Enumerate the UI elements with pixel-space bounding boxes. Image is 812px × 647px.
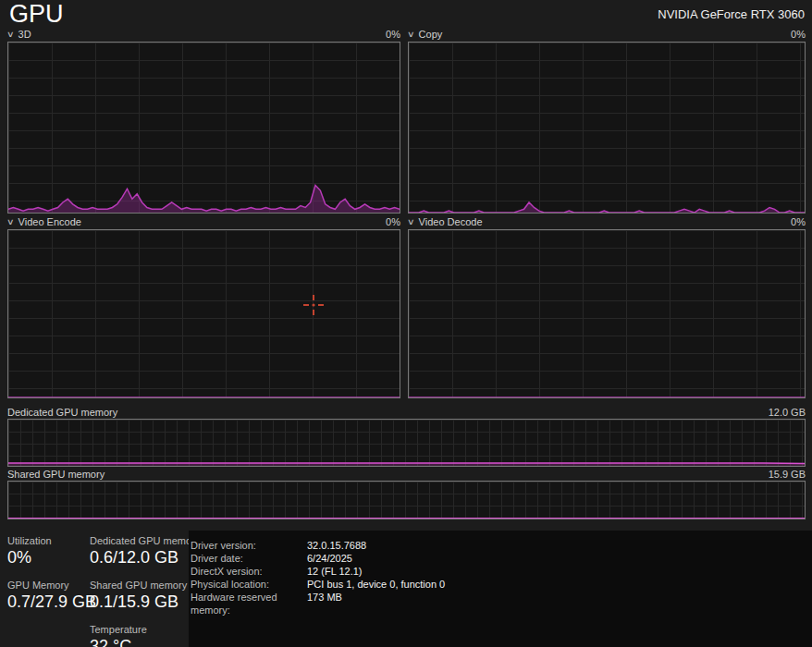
stat-label: GPU Memory <box>7 579 96 592</box>
detail-row-driver-version: Driver version: 32.0.15.7688 <box>191 539 812 552</box>
stat-label: Shared GPU memory <box>90 579 200 592</box>
stats-column-memory: Dedicated GPU memory 0.6/12.0 GB Shared … <box>90 534 200 647</box>
detail-row-directx-version: DirectX version: 12 (FL 12.1) <box>191 565 812 578</box>
chart-header-dedicated-memory: Dedicated GPU memory 12.0 GB <box>7 407 806 419</box>
detail-label: Hardware reserved memory: <box>191 591 307 616</box>
page-title: GPU <box>9 0 64 29</box>
chart-header-video-encode: ∨ Video Encode 0% <box>7 215 400 229</box>
chart-panel-dedicated-memory: Dedicated GPU memory 12.0 GB <box>7 407 806 467</box>
detail-value: PCI bus 1, device 0, function 0 <box>307 578 812 591</box>
stat-value: 0% <box>7 547 96 568</box>
chart-current-value: 0% <box>386 215 400 229</box>
detail-value: 173 MB <box>307 591 812 616</box>
chart-header-copy: ∨ Copy 0% <box>408 28 806 42</box>
detail-row-hardware-reserved-memory: Hardware reserved memory: 173 MB <box>191 591 812 616</box>
chart-max-value: 15.9 GB <box>769 469 806 481</box>
stat-gpu-memory: GPU Memory 0.7/27.9 GB <box>7 579 96 613</box>
chart-label: 3D <box>18 28 387 42</box>
chart-panel-video-encode: ∨ Video Encode 0% <box>7 215 400 398</box>
detail-label: Physical location: <box>191 578 307 591</box>
stat-value: 0.6/12.0 GB <box>90 547 200 568</box>
chart-header-shared-memory: Shared GPU memory 15.9 GB <box>7 469 806 481</box>
detail-label: Driver date: <box>191 552 307 565</box>
chart-shared-memory-graph[interactable] <box>7 481 806 519</box>
chart-panel-video-decode: ∨ Video Decode 0% <box>408 215 806 398</box>
chart-video-encode-series <box>8 230 400 397</box>
stat-dedicated-memory: Dedicated GPU memory 0.6/12.0 GB <box>90 534 200 568</box>
chart-label: Copy <box>419 28 792 42</box>
stat-label: Dedicated GPU memory <box>90 534 200 547</box>
chart-current-value: 0% <box>386 28 400 42</box>
chart-3d-graph[interactable] <box>7 42 400 214</box>
detail-row-driver-date: Driver date: 6/24/2025 <box>191 552 812 565</box>
chevron-down-icon[interactable]: ∨ <box>407 28 415 42</box>
stat-utilization: Utilization 0% <box>7 534 96 568</box>
stat-value: 32 °C <box>90 636 200 647</box>
chevron-down-icon[interactable]: ∨ <box>6 215 15 229</box>
chart-current-value: 0% <box>791 215 806 229</box>
chart-video-decode-series <box>409 230 805 397</box>
detail-label: Driver version: <box>191 539 307 552</box>
stat-shared-memory: Shared GPU memory 0.1/15.9 GB <box>90 579 200 613</box>
stat-value: 0.7/27.9 GB <box>7 592 96 613</box>
detail-value: 32.0.15.7688 <box>307 539 812 552</box>
chart-dedicated-memory-graph[interactable] <box>7 419 806 467</box>
chart-label: Shared GPU memory <box>7 469 769 481</box>
detail-value: 12 (FL 12.1) <box>307 565 812 578</box>
gpu-device-name: NVIDIA GeForce RTX 3060 <box>658 7 805 21</box>
driver-details-panel: Driver version: 32.0.15.7688 Driver date… <box>189 531 812 647</box>
chart-label: Video Decode <box>419 215 792 229</box>
chart-max-value: 12.0 GB <box>769 407 806 419</box>
stat-temperature: Temperature 32 °C <box>90 623 200 647</box>
stats-column-utilization: Utilization 0% GPU Memory 0.7/27.9 GB <box>7 534 96 623</box>
stat-label: Temperature <box>90 623 200 636</box>
chevron-down-icon[interactable]: ∨ <box>6 28 15 42</box>
chart-panel-shared-memory: Shared GPU memory 15.9 GB <box>7 469 806 519</box>
chart-dedicated-memory-series <box>8 420 805 466</box>
stat-label: Utilization <box>7 534 96 547</box>
chart-video-decode-graph[interactable] <box>408 229 806 398</box>
chart-header-video-decode: ∨ Video Decode 0% <box>408 215 806 229</box>
chart-current-value: 0% <box>791 28 806 42</box>
chart-panel-3d: ∨ 3D 0% <box>7 28 400 214</box>
detail-value: 6/24/2025 <box>307 552 812 565</box>
chart-copy-graph[interactable] <box>408 42 806 214</box>
detail-label: DirectX version: <box>191 565 307 578</box>
chart-shared-memory-series <box>8 482 805 519</box>
chart-header-3d: ∨ 3D 0% <box>7 28 400 42</box>
chart-panel-copy: ∨ Copy 0% <box>408 28 806 214</box>
chart-label: Video Encode <box>18 215 387 229</box>
chart-video-encode-graph[interactable] <box>7 229 400 398</box>
chart-3d-series <box>8 43 400 213</box>
stat-value: 0.1/15.9 GB <box>90 592 200 613</box>
chart-label: Dedicated GPU memory <box>7 407 769 419</box>
chevron-down-icon[interactable]: ∨ <box>407 215 415 229</box>
chart-copy-series <box>409 43 805 213</box>
detail-row-physical-location: Physical location: PCI bus 1, device 0, … <box>191 578 812 591</box>
